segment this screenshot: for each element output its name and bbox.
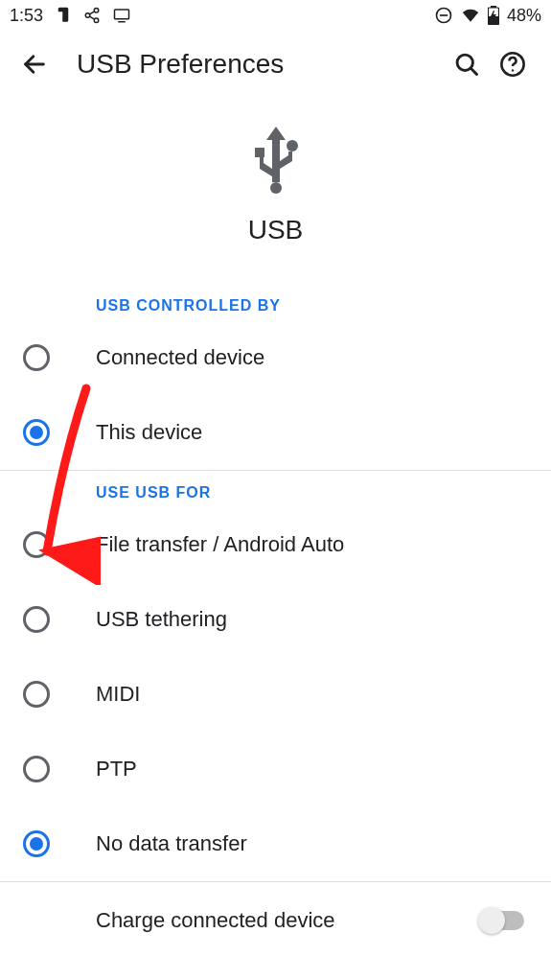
radio-unselected-icon: [23, 681, 50, 708]
charge-connected-device-row[interactable]: Charge connected device: [0, 882, 551, 959]
option-connected-device[interactable]: Connected device: [0, 320, 551, 395]
help-button[interactable]: [490, 51, 536, 78]
svg-line-4: [89, 12, 94, 14]
radio-selected-icon: [23, 830, 50, 857]
section-header-controlled-by: USB CONTROLLED BY: [0, 284, 551, 320]
dnd-icon: [434, 6, 453, 25]
option-ptp[interactable]: PTP: [0, 732, 551, 806]
svg-point-17: [270, 182, 282, 194]
hero: USB: [0, 98, 551, 284]
option-label: No data transfer: [96, 831, 247, 856]
status-time: 1:53: [10, 6, 43, 26]
option-label: MIDI: [96, 682, 140, 707]
section-header-use-for: USE USB FOR: [0, 471, 551, 507]
share-icon: [83, 7, 101, 24]
svg-point-19: [287, 140, 298, 152]
battery-charging-icon: [488, 6, 499, 25]
radio-unselected-icon: [23, 531, 50, 558]
svg-point-1: [85, 13, 90, 18]
page-title: USB Preferences: [77, 49, 444, 80]
svg-point-2: [94, 18, 99, 23]
app-bar: USB Preferences: [0, 31, 551, 98]
option-usb-tethering[interactable]: USB tethering: [0, 582, 551, 657]
radio-unselected-icon: [23, 756, 50, 782]
svg-line-14: [471, 68, 476, 74]
back-button[interactable]: [15, 51, 54, 78]
usb-icon: [251, 127, 301, 201]
svg-rect-18: [255, 148, 264, 157]
option-label: This device: [96, 420, 202, 445]
battery-percent: 48%: [507, 6, 541, 26]
option-this-device[interactable]: This device: [0, 395, 551, 470]
option-label: PTP: [96, 757, 137, 782]
hero-label: USB: [248, 215, 304, 245]
option-label: File transfer / Android Auto: [96, 532, 344, 557]
option-file-transfer[interactable]: File transfer / Android Auto: [0, 507, 551, 582]
radio-selected-icon: [23, 419, 50, 446]
option-label: USB tethering: [96, 607, 227, 632]
radio-unselected-icon: [23, 344, 50, 371]
status-bar: 1:53 48%: [0, 0, 551, 31]
svg-rect-10: [491, 6, 496, 8]
option-no-data-transfer[interactable]: No data transfer: [0, 806, 551, 881]
svg-line-3: [89, 16, 94, 19]
svg-point-0: [94, 9, 99, 13]
switch-label: Charge connected device: [96, 908, 335, 933]
svg-rect-5: [115, 10, 129, 19]
option-midi[interactable]: MIDI: [0, 657, 551, 732]
svg-point-16: [512, 69, 514, 71]
wifi-icon: [461, 7, 480, 24]
search-button[interactable]: [444, 51, 490, 78]
device-icon: [55, 7, 72, 24]
option-label: Connected device: [96, 345, 264, 370]
switch-off-icon: [480, 911, 524, 930]
radio-unselected-icon: [23, 606, 50, 633]
cast-icon: [112, 7, 131, 24]
